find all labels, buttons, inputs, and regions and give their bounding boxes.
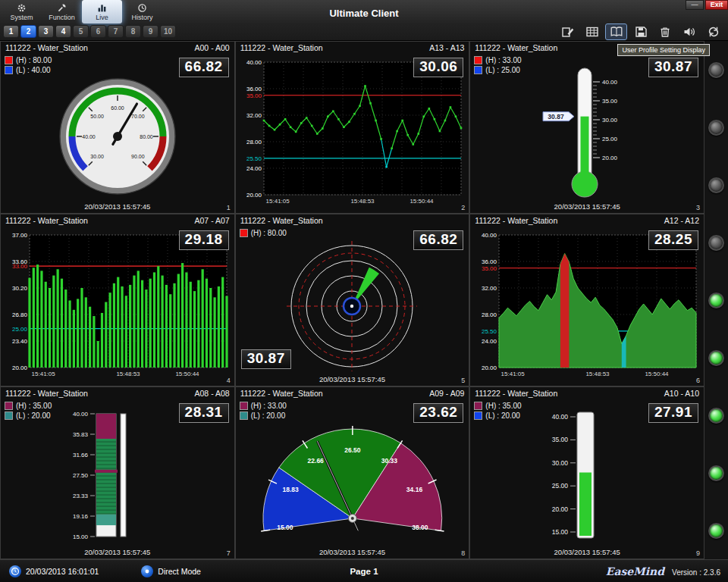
status-led [708,293,724,308]
svg-text:30.33: 30.33 [381,457,397,465]
svg-text:30.87: 30.87 [548,112,565,120]
status-mode: Direct Mode [141,565,201,577]
page-tab-6[interactable]: 6 [90,25,106,38]
toolbar-tooltip: User Profile Setting Display [617,44,710,56]
edit-display-icon [561,26,575,38]
footer-clock-icon [9,565,21,577]
svg-text:38.00: 38.00 [412,524,428,531]
legend-label: (L) : 25.00 [485,66,520,74]
status-led [708,120,724,136]
exit-button[interactable]: Exit [705,0,728,10]
svg-text:70.00: 70.00 [131,113,145,118]
legend-label: (L) : 20.00 [251,411,286,420]
page-tab-9[interactable]: 9 [143,25,158,38]
sound-button[interactable] [679,24,699,39]
save-icon [634,26,648,38]
value-display: 29.18 [179,230,229,250]
toolbar [557,24,723,39]
page-tab-4[interactable]: 4 [55,25,71,38]
legend-label: (H) : 35.00 [16,402,52,410]
led-strip [704,41,728,559]
value-display: 28.31 [179,403,229,423]
svg-text:32.00: 32.00 [246,112,262,119]
titlebar: SystemFunctionLiveHistory Ultimate Clien… [0,0,728,41]
value-display: 27.91 [648,403,698,423]
value-display: 66.82 [179,58,229,77]
svg-text:26.50: 26.50 [344,446,361,454]
edit-display-button[interactable] [557,24,578,39]
legend-label: (H) : 33.00 [485,56,521,64]
legend-item: (H) : 80.00 [5,56,52,64]
legend-swatch [5,411,13,420]
svg-text:15.00: 15.00 [552,528,569,536]
page-tab-7[interactable]: 7 [108,25,124,38]
svg-text:20.00: 20.00 [246,192,262,199]
version-label: Version : 2.3.6 [672,568,720,577]
panel-header: 111222 - Water_StationA08 - A08 [1,387,234,399]
legend-swatch [474,402,482,410]
sync-button[interactable] [703,24,723,39]
panel-number: 2 [461,204,465,211]
legend-swatch [240,402,248,410]
svg-text:15:41:05: 15:41:05 [31,371,55,377]
station-label: 111222 - Water_Station [5,216,88,227]
panel-timestamp: 20/03/2013 15:57:45 [236,375,469,383]
svg-text:40.00: 40.00 [602,79,618,86]
panel-legend: (H) : 80.00 [240,229,287,239]
svg-text:36.00: 36.00 [482,258,497,265]
brand: EaseMind Version : 2.3.6 [606,565,720,577]
panel-1: 111222 - Water_StationA00 - A0030.0040.0… [0,41,235,214]
delete-button[interactable] [654,24,675,39]
legend-item: (H) : 33.00 [474,56,521,64]
save-button[interactable] [630,24,651,39]
panel-header: 111222 - Water_Station [236,214,469,227]
page-tab-3[interactable]: 3 [38,25,54,38]
svg-text:40.00: 40.00 [552,413,569,421]
panel-header: 111222 - Water_StationA07 - A07 [1,214,234,227]
svg-text:15.00: 15.00 [73,534,89,540]
legend-label: (L) : 20.00 [16,411,51,420]
page-tab-10[interactable]: 10 [160,25,176,38]
panel-legend: (H) : 35.00(L) : 20.00 [474,402,521,421]
legend-swatch [5,66,13,74]
station-label: 111222 - Water_Station [475,389,557,399]
delete-icon [658,26,672,38]
data-table-button[interactable] [582,24,602,39]
svg-text:20.00: 20.00 [602,155,618,161]
svg-text:25.50: 25.50 [246,155,262,161]
panel-number: 6 [696,377,700,384]
svg-text:35.00: 35.00 [602,98,618,105]
sync-icon [707,26,720,38]
panel-9: 111222 - Water_StationA10 - A1040.0035.0… [469,386,704,559]
svg-text:15:48:53: 15:48:53 [351,198,375,205]
app-title: Ultimate Client [0,8,728,19]
station-label: 111222 - Water_Station [475,43,557,54]
minimize-button[interactable]: — [686,0,704,10]
panel-timestamp: 20/03/2013 15:57:45 [470,202,704,211]
svg-text:20.00: 20.00 [552,505,569,512]
panel-chart: 37.0033.6030.2026.8023.4020.0033.0025.00… [2,227,233,384]
page-tab-1[interactable]: 1 [3,25,19,38]
panel-header: 111222 - Water_StationA09 - A09 [236,387,469,399]
panel-legend: (H) : 33.00(L) : 25.00 [474,56,521,76]
page-tab-8[interactable]: 8 [125,25,141,38]
panel-3: 111222 - Water_Station20.0025.0030.0035.… [469,41,704,214]
svg-text:30.00: 30.00 [552,458,569,466]
status-datetime: 20/03/2013 16:01:01 [9,565,99,577]
sound-icon [682,26,696,38]
page-tab-2[interactable]: 2 [20,25,36,38]
page-tab-5[interactable]: 5 [73,25,89,38]
user-profile-button[interactable] [606,24,626,39]
panel-grid: 111222 - Water_StationA00 - A0030.0040.0… [0,41,704,559]
legend-item: (H) : 33.00 [240,402,287,410]
svg-text:36.00: 36.00 [246,86,262,92]
legend-swatch [240,411,248,420]
svg-text:60.00: 60.00 [111,105,124,110]
svg-text:15.00: 15.00 [277,524,293,531]
panel-timestamp: 20/03/2013 15:57:45 [236,548,469,556]
svg-text:50.00: 50.00 [90,113,104,118]
svg-text:25.00: 25.00 [12,325,28,332]
panel-chart: 30.0040.0050.0060.0070.0080.0090.00 [2,55,233,211]
value-display: 66.82 [413,230,463,250]
panel-chart: 20.0025.0030.0035.0040.0030.87 [472,55,702,211]
